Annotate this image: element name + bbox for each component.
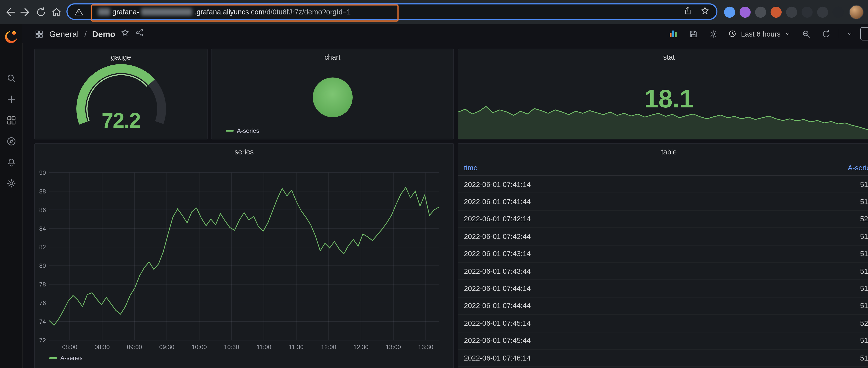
cell-time: 2022-06-01 07:43:44 — [464, 267, 531, 275]
svg-text:11:00: 11:00 — [256, 344, 271, 350]
extension-blue-icon[interactable] — [724, 7, 735, 18]
cell-time: 2022-06-01 07:42:44 — [464, 232, 531, 240]
table-row[interactable]: 2022-06-01 07:43:4451.5 — [458, 263, 868, 280]
refresh-interval-dropdown[interactable] — [845, 27, 855, 41]
table-row[interactable]: 2022-06-01 07:44:4451.7 — [458, 297, 868, 315]
sidebar-item-search[interactable] — [5, 72, 17, 83]
table-row[interactable]: 2022-06-01 07:42:1452.4 — [458, 211, 868, 228]
site-warning-icon[interactable] — [74, 7, 84, 16]
save-dashboard-button[interactable] — [686, 27, 701, 41]
column-header-a-series[interactable]: A-series — [847, 164, 868, 172]
table-row[interactable]: 2022-06-01 07:41:4451.6 — [458, 193, 868, 211]
extensions-row — [724, 7, 844, 18]
reload-icon — [35, 7, 46, 18]
table-row[interactable]: 2022-06-01 07:46:1451.6 — [458, 349, 868, 367]
extension-dark-1-icon[interactable] — [786, 7, 797, 18]
table-row[interactable]: 2022-06-01 07:44:1451.1 — [458, 280, 868, 297]
add-panel-button[interactable] — [666, 27, 681, 41]
share-page-button[interactable] — [683, 6, 692, 18]
extension-dark-4-icon[interactable] — [833, 7, 844, 18]
svg-text:90: 90 — [39, 169, 46, 176]
sidebar-item-dashboards[interactable] — [5, 114, 17, 125]
column-header-time[interactable]: time — [464, 164, 477, 172]
cell-time: 2022-06-01 07:46:14 — [464, 354, 531, 362]
cell-value: 51.6 — [860, 354, 868, 362]
extension-dark-3-icon[interactable] — [817, 7, 828, 18]
url-prefix: grafana- — [113, 7, 140, 16]
url-bar[interactable]: grafana- .grafana.aliyuncs.com /d/0tu8fJ… — [66, 3, 717, 20]
legend-item[interactable]: A-series — [226, 127, 259, 134]
svg-text:74: 74 — [39, 318, 46, 325]
svg-text:82: 82 — [39, 244, 46, 250]
sidebar-item-alerting[interactable] — [5, 157, 17, 168]
zoom-out-icon — [801, 29, 811, 38]
forward-button[interactable] — [18, 4, 33, 20]
dashboard-nav: General / Demo — [22, 24, 868, 43]
table-row[interactable]: 2022-06-01 07:45:1452.1 — [458, 315, 868, 332]
cell-value: 51.6 — [860, 197, 868, 206]
breadcrumb-separator: / — [84, 29, 87, 38]
back-button[interactable] — [2, 4, 18, 20]
svg-text:76: 76 — [39, 300, 46, 306]
view-mode-button[interactable] — [860, 27, 868, 40]
sidebar-item-explore[interactable] — [5, 135, 17, 146]
table-row[interactable]: 2022-06-01 07:41:1451.9 — [458, 176, 868, 193]
legend-series-label: A-series — [237, 127, 259, 134]
cell-time: 2022-06-01 07:44:44 — [464, 302, 531, 310]
dashboard-settings-button[interactable] — [706, 27, 720, 41]
table-row[interactable]: 2022-06-01 07:45:4451.4 — [458, 332, 868, 349]
profile-avatar[interactable] — [849, 5, 864, 20]
grafana-sidebar — [0, 24, 23, 368]
browser-toolbar: grafana- .grafana.aliyuncs.com /d/0tu8fJ… — [0, 0, 868, 25]
share-nodes-icon — [135, 28, 144, 37]
panel-title[interactable]: table — [458, 144, 868, 159]
cell-time: 2022-06-01 07:41:44 — [464, 197, 531, 206]
svg-text:78: 78 — [39, 281, 46, 288]
cell-time: 2022-06-01 07:45:14 — [464, 319, 531, 327]
bookmark-button[interactable] — [700, 6, 710, 18]
legend-item[interactable]: A-series — [49, 355, 83, 361]
cell-value: 51.7 — [860, 302, 868, 310]
star-icon — [700, 6, 710, 15]
svg-text:10:00: 10:00 — [192, 344, 207, 350]
chevron-down-icon — [846, 30, 853, 37]
star-icon — [121, 28, 130, 37]
breadcrumb-dashboard[interactable]: Demo — [92, 29, 115, 38]
svg-text:72: 72 — [39, 337, 46, 344]
cell-value: 51.9 — [860, 180, 868, 188]
home-icon — [51, 7, 62, 18]
sidebar-item-configuration[interactable] — [5, 177, 17, 189]
cell-time: 2022-06-01 07:42:14 — [464, 215, 531, 223]
search-icon — [6, 73, 16, 83]
svg-text:12:00: 12:00 — [321, 344, 336, 350]
redacted-url-segment — [98, 8, 110, 15]
refresh-dashboard-button[interactable] — [819, 27, 833, 41]
share-dashboard-button[interactable] — [135, 28, 144, 39]
grafana-logo[interactable] — [4, 30, 19, 44]
panel-title[interactable]: chart — [212, 49, 454, 65]
extension-orange-icon[interactable] — [771, 7, 782, 18]
sidebar-item-create[interactable] — [5, 94, 17, 104]
cell-value: 51.5 — [860, 267, 868, 275]
zoom-out-time-button[interactable] — [799, 27, 813, 41]
cell-value: 52.4 — [860, 215, 868, 223]
home-button[interactable] — [49, 4, 64, 20]
breadcrumb-folder[interactable]: General — [49, 29, 79, 38]
url-domain: .grafana.aliyuncs.com — [195, 7, 265, 16]
table-row[interactable]: 2022-06-01 07:43:1451.8 — [458, 245, 868, 263]
time-range-picker[interactable]: Last 6 hours — [726, 27, 793, 41]
svg-text:08:00: 08:00 — [62, 344, 78, 350]
reload-button[interactable] — [33, 4, 49, 20]
favorite-dashboard-button[interactable] — [121, 28, 130, 39]
extension-dark-2-icon[interactable] — [802, 7, 812, 18]
svg-text:13:30: 13:30 — [418, 344, 433, 350]
save-icon — [689, 29, 698, 38]
panel-title[interactable]: stat — [458, 49, 868, 65]
table-row[interactable]: 2022-06-01 07:42:4451.2 — [458, 228, 868, 245]
svg-text:80: 80 — [39, 262, 46, 269]
extension-purple-icon[interactable] — [740, 7, 750, 18]
extension-gray-icon[interactable] — [755, 7, 766, 18]
panel-chart: chart A-series — [211, 49, 454, 139]
plus-icon — [6, 94, 16, 104]
svg-text:88: 88 — [39, 188, 46, 195]
